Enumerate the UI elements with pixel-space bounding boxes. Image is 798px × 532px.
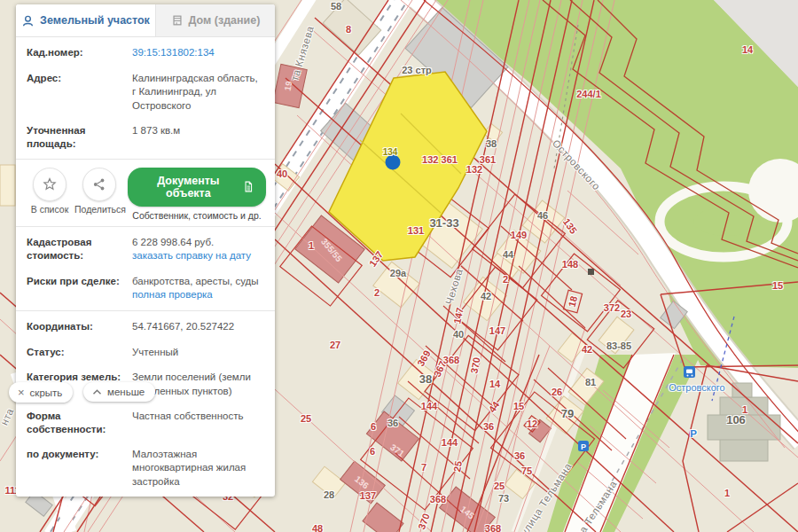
field-text: Малоэтажная многоквартирная жилая застро… <box>132 448 264 489</box>
bus-stop-icon <box>684 366 695 378</box>
collapse-panel-button[interactable]: меньше <box>83 382 155 402</box>
field-value: Учтенный <box>132 346 264 360</box>
panel-tabs: Земельный участок Дом (здание) <box>16 4 275 37</box>
field-value: 54.741667, 20.527422 <box>132 320 264 334</box>
field-value: Калининградская область, г Калининград, … <box>132 72 264 113</box>
field-row: по документу:Малоэтажная многоквартирная… <box>27 442 264 495</box>
monument-icon <box>588 269 594 275</box>
field-text: Учтенный <box>132 346 264 360</box>
field-row: Уточненная площадь:1 873 кв.м <box>27 118 264 156</box>
tab-building-label: Дом (здание) <box>189 14 261 27</box>
field-text: Калининградская область, г Калининград, … <box>132 72 264 113</box>
field-label: Уточненная площадь: <box>27 124 132 151</box>
parking-icon: P <box>578 441 589 451</box>
field-value: Малоэтажная многоквартирная жилая застро… <box>132 448 264 489</box>
document-icon <box>243 180 254 193</box>
object-documents-button[interactable]: Документы объекта <box>128 168 266 207</box>
field-row: Координаты:54.741667, 20.527422 <box>27 314 264 340</box>
field-link[interactable]: 39:15:131802:134 <box>132 46 264 60</box>
close-icon: × <box>18 387 25 398</box>
parcel-info-panel: Земельный участок Дом (здание) Кад.номер… <box>16 4 275 497</box>
star-icon <box>43 177 57 192</box>
field-label: Статус: <box>27 346 132 360</box>
svg-text:P: P <box>581 442 586 451</box>
field-text: 1 873 кв.м <box>132 124 264 138</box>
field-row: Адрес:Калининградская область, г Калинин… <box>27 66 264 119</box>
building-icon <box>171 14 184 27</box>
parcel-main-fields: Кад.номер:39:15:131802:134Адрес:Калининг… <box>16 37 275 159</box>
cadastral-map-app: P та КнязеваОстровскогоЧеховаулица Тельм… <box>0 0 798 532</box>
object-documents-label: Документы объекта <box>140 175 237 200</box>
field-value: 39:15:131802:134 <box>132 46 264 60</box>
field-text: банкротства, аресты, суды <box>132 275 264 289</box>
selection-dot <box>386 155 401 170</box>
chevron-up-icon <box>92 388 102 395</box>
field-value: 1 873 кв.м <box>132 124 264 151</box>
field-label: Форма собственности: <box>27 410 132 436</box>
field-row: Кад.номер:39:15:131802:134 <box>27 40 264 66</box>
field-link[interactable]: полная проверка <box>132 288 264 302</box>
field-text: 54.741667, 20.527422 <box>132 320 264 334</box>
field-link[interactable]: заказать справку на дату <box>132 249 264 263</box>
collapse-panel-label: меньше <box>107 387 145 397</box>
field-row: Форма собственности:Частная собственност… <box>27 403 264 442</box>
field-label: Кад.номер: <box>27 46 132 60</box>
add-to-list-button[interactable] <box>33 168 66 201</box>
tab-land-parcel-label: Земельный участок <box>40 14 150 27</box>
field-row: Статус:Учтенный <box>27 340 264 365</box>
person-pin-icon <box>21 14 35 27</box>
field-text: 6 228 998.64 руб. <box>132 236 264 250</box>
tab-building[interactable]: Дом (здание) <box>155 4 275 36</box>
field-label: Координаты: <box>27 320 132 334</box>
field-label: Риски при сделке: <box>27 275 132 302</box>
field-label: по документу: <box>27 448 132 489</box>
field-text: Частная собственность <box>132 410 264 424</box>
hide-panel-button[interactable]: × скрыть <box>9 382 73 403</box>
tab-land-parcel[interactable]: Земельный участок <box>16 4 155 36</box>
share-button[interactable] <box>82 168 116 201</box>
field-row: Кадастровая стоимость:6 228 998.64 руб.з… <box>27 230 264 269</box>
add-to-list-label: В список <box>25 204 74 215</box>
object-documents-caption: Собственник, стоимость и др. <box>128 210 266 221</box>
parcel-extra-fields: Координаты:54.741667, 20.527422Статус:Уч… <box>16 311 275 497</box>
field-value: Частная собственность <box>132 410 264 436</box>
share-label: Поделиться <box>74 204 124 215</box>
share-icon <box>92 177 106 192</box>
field-value: 6 228 998.64 руб.заказать справку на дат… <box>132 236 264 263</box>
field-label: Кадастровая стоимость: <box>27 236 132 263</box>
hide-panel-label: скрыть <box>30 387 63 398</box>
parcel-cost-fields: Кадастровая стоимость:6 228 998.64 руб.з… <box>16 227 275 311</box>
panel-actions: В список Поделиться Документы объекта <box>16 159 275 227</box>
field-row: Риски при сделке:банкротства, аресты, су… <box>27 269 264 308</box>
field-value: банкротства, аресты, судыполная проверка <box>132 275 264 302</box>
field-label: Адрес: <box>27 72 132 113</box>
